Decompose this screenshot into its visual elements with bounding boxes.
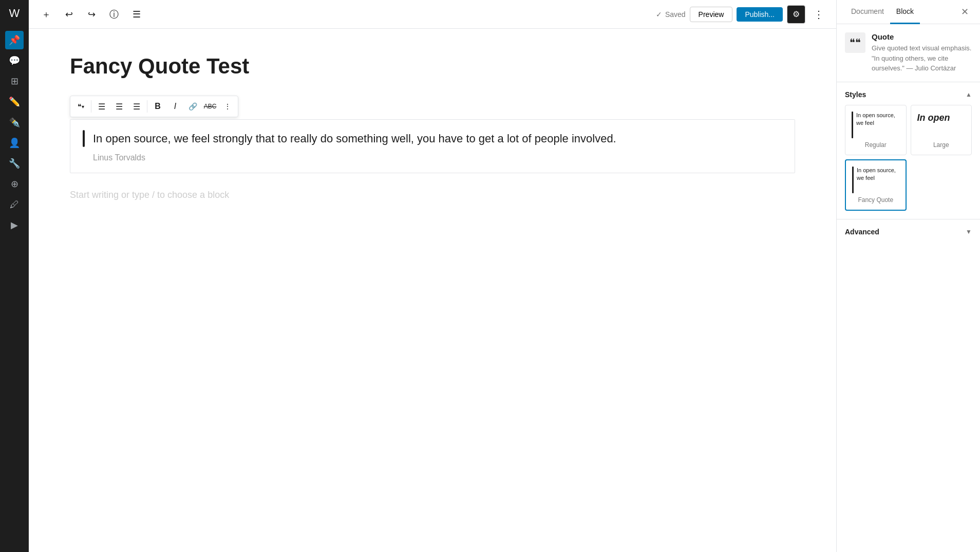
sidebar-play-icon[interactable]: ▶ [5,216,24,234]
saved-status: ✓ Saved [656,10,686,19]
style-option-large[interactable]: In open Large [911,105,972,155]
styles-section: Styles ▲ In open source, we feel Regular… [837,82,980,219]
add-block-button[interactable]: ＋ [37,5,55,24]
styles-section-title: Styles [845,90,866,99]
chevron-up-icon: ▲ [966,91,972,98]
gear-icon: ⚙ [793,9,800,19]
style-label-large: Large [917,141,966,149]
advanced-section: Advanced ▼ [837,219,980,244]
style-preview-large: In open [917,112,966,138]
sidebar-plus-circle-icon[interactable]: ⊕ [5,175,24,193]
editor-area[interactable]: Fancy Quote Test ❝ ▾ ☰ ☰ ☰ B I 🔗 ABC ⋮ [29,29,836,552]
align-left-button[interactable]: ☰ [93,98,110,115]
publish-button[interactable]: Publish... [737,7,783,22]
more-options-button[interactable]: ⋮ [809,5,828,24]
block-description: Give quoted text visual emphasis. "In qu… [872,43,972,73]
left-sidebar: W 📌 💬 ⊞ ✏️ ✒️ 👤 🔧 ⊕ 🖊 ▶ [0,0,29,552]
block-icon: ❝❝ [845,32,865,53]
tab-block[interactable]: Block [890,0,920,24]
list-view-button[interactable]: ☰ [127,5,146,24]
sidebar-pin-icon[interactable]: 📌 [5,31,24,49]
saved-label: Saved [665,10,686,19]
wp-logo-icon[interactable]: W [5,4,24,23]
top-toolbar: ＋ ↩ ↪ ⓘ ☰ ✓ Saved Preview Publish... ⚙ ⋮ [29,0,836,29]
quote-block[interactable]: In open source, we feel strongly that to… [70,119,795,173]
right-panel: Document Block ✕ ❝❝ Quote Give quoted te… [836,0,980,552]
toolbar-divider-2 [147,100,147,113]
style-mini-bar-fancy [852,167,854,193]
align-center-button[interactable]: ☰ [111,98,127,115]
style-mini-bar [852,112,853,138]
style-preview-fancy: In open source, we feel [852,167,899,193]
sidebar-tools-icon[interactable]: 🔧 [5,154,24,173]
start-writing-placeholder[interactable]: Start writing or type / to choose a bloc… [70,190,795,200]
quote-block-icon: ❝❝ [850,36,861,49]
strikethrough-button[interactable]: ABC [202,98,218,115]
chevron-down-advanced-icon: ▼ [966,228,972,235]
chevron-down-icon: ▾ [82,104,84,109]
block-toolbar-container: ❝ ▾ ☰ ☰ ☰ B I 🔗 ABC ⋮ [70,96,795,117]
check-icon: ✓ [656,10,662,19]
undo-button[interactable]: ↩ [60,5,78,24]
block-title: Quote [872,32,972,41]
style-preview-text-large: In open [917,112,950,124]
styles-section-header[interactable]: Styles ▲ [845,90,972,99]
block-type-button[interactable]: ❝ ▾ [72,98,89,115]
style-option-regular[interactable]: In open source, we feel Regular [845,105,907,155]
align-right-button[interactable]: ☰ [128,98,145,115]
sidebar-user-icon[interactable]: 👤 [5,134,24,152]
block-info: ❝❝ Quote Give quoted text visual emphasi… [837,24,980,82]
sidebar-pen-icon[interactable]: 🖊 [5,195,24,214]
style-label-regular: Regular [852,141,900,149]
style-preview-text-fancy: In open source, we feel [857,167,899,193]
redo-button[interactable]: ↪ [82,5,101,24]
bold-button[interactable]: B [149,98,166,115]
link-button[interactable]: 🔗 [184,98,201,115]
block-toolbar: ❝ ▾ ☰ ☰ ☰ B I 🔗 ABC ⋮ [70,96,238,117]
post-title[interactable]: Fancy Quote Test [70,53,795,79]
preview-button[interactable]: Preview [690,7,733,22]
advanced-section-header[interactable]: Advanced ▼ [845,228,972,236]
italic-button[interactable]: I [167,98,183,115]
sidebar-pages-icon[interactable]: ⊞ [5,72,24,90]
panel-tabs: Document Block ✕ [837,0,980,24]
style-preview-regular: In open source, we feel [852,112,900,138]
quote-citation[interactable]: Linus Torvalds [93,153,782,162]
style-label-fancy: Fancy Quote [852,196,899,204]
quote-type-icon: ❝ [78,102,82,111]
sidebar-chat-icon[interactable]: ✏️ [5,93,24,111]
toolbar-divider-1 [91,100,91,113]
sidebar-comments-icon[interactable]: 💬 [5,51,24,70]
quote-content: In open source, we feel strongly that to… [83,130,782,147]
info-button[interactable]: ⓘ [105,5,123,24]
styles-grid: In open source, we feel Regular In open … [845,105,972,211]
main-area: ＋ ↩ ↪ ⓘ ☰ ✓ Saved Preview Publish... ⚙ ⋮… [29,0,836,552]
advanced-section-title: Advanced [845,228,879,236]
block-info-text: Quote Give quoted text visual emphasis. … [872,32,972,73]
settings-button[interactable]: ⚙ [787,5,805,24]
tab-document[interactable]: Document [845,0,890,24]
style-preview-text-regular: In open source, we feel [856,112,900,138]
quote-text[interactable]: In open source, we feel strongly that to… [93,130,782,147]
sidebar-brush-icon[interactable]: ✒️ [5,113,24,132]
more-rich-text-button[interactable]: ⋮ [219,98,236,115]
style-option-fancy[interactable]: In open source, we feel Fancy Quote [845,159,907,211]
quote-bar [83,130,85,147]
panel-close-button[interactable]: ✕ [957,5,972,19]
